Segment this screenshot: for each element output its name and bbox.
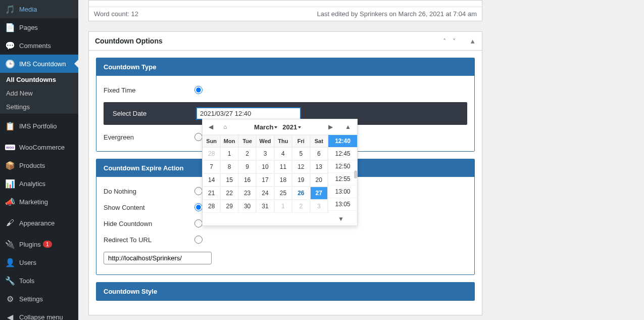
woo-icon: woo xyxy=(5,142,15,152)
collapse-icon: ◀ xyxy=(5,312,15,320)
calendar-day[interactable]: 30 xyxy=(238,200,256,213)
time-option[interactable]: 13:05 xyxy=(328,198,357,211)
redirect-url-input[interactable] xyxy=(104,252,212,264)
time-option[interactable]: 13:00 xyxy=(328,186,357,198)
month-select[interactable]: March xyxy=(254,123,277,131)
sidebar-item-ims-countdown[interactable]: 🕒IMS Countdown xyxy=(0,55,78,73)
calendar-day[interactable]: 29 xyxy=(220,200,238,213)
calendar-day[interactable]: 8 xyxy=(220,160,238,173)
toggle-icon[interactable]: ▲ xyxy=(469,37,476,45)
sidebar-item-ims-portfolio[interactable]: 📋IMS Portfolio xyxy=(0,117,78,135)
calendar-day[interactable]: 23 xyxy=(238,187,256,200)
sidebar-item-comments[interactable]: 💬Comments xyxy=(0,36,78,55)
calendar-day[interactable]: 5 xyxy=(292,147,310,160)
time-up-icon[interactable]: ▲ xyxy=(343,122,353,131)
show-content-radio[interactable] xyxy=(194,203,203,211)
sidebar-subitem-settings[interactable]: Settings xyxy=(0,100,78,114)
appearance-icon: 🖌 xyxy=(5,218,15,228)
sidebar-item-products[interactable]: 📦Products xyxy=(0,156,78,174)
section-header-style: Countdown Style xyxy=(96,283,474,300)
sidebar-item-users[interactable]: 👤Users xyxy=(0,253,78,271)
calendar-day[interactable]: 2 xyxy=(292,200,310,213)
calendar-day[interactable]: 4 xyxy=(274,147,292,160)
sidebar-item-pages[interactable]: 📄Pages xyxy=(0,18,78,36)
home-icon[interactable]: ⌂ xyxy=(221,122,229,131)
calendar-day[interactable]: 9 xyxy=(238,160,256,173)
sidebar-item-label: Settings xyxy=(19,295,43,303)
calendar-day[interactable]: 26 xyxy=(292,187,310,200)
sidebar-item-woocommerce[interactable]: wooWooCommerce xyxy=(0,138,78,156)
evergreen-radio[interactable] xyxy=(194,133,203,141)
calendar-day[interactable]: 16 xyxy=(238,173,256,187)
calendar-day[interactable]: 19 xyxy=(292,173,310,187)
media-icon: 🎵 xyxy=(5,4,15,14)
calendar-day[interactable]: 1 xyxy=(220,147,238,160)
time-option[interactable]: 12:45 xyxy=(328,148,357,160)
calendar-day[interactable]: 25 xyxy=(274,187,292,200)
sidebar-item-collapse-menu[interactable]: ◀Collapse menu xyxy=(0,308,78,320)
sidebar-item-label: IMS Portfolio xyxy=(19,122,57,130)
time-option[interactable]: 12:40 xyxy=(328,135,357,148)
sidebar-item-appearance[interactable]: 🖌Appearance xyxy=(0,214,78,232)
date-input[interactable] xyxy=(196,107,301,120)
calendar-day[interactable]: 21 xyxy=(203,187,220,200)
time-option[interactable]: 12:55 xyxy=(328,173,357,186)
time-down-icon[interactable]: ▼ xyxy=(336,214,346,223)
hide-countdown-radio[interactable] xyxy=(194,219,203,227)
calendar-day[interactable]: 20 xyxy=(310,173,328,187)
sidebar-item-media[interactable]: 🎵Media xyxy=(0,0,78,18)
sidebar-item-label: Plugins xyxy=(19,241,41,248)
sidebar-item-analytics[interactable]: 📊Analytics xyxy=(0,174,78,193)
time-option[interactable]: 12:50 xyxy=(328,160,357,173)
calendar-day[interactable]: 17 xyxy=(256,173,274,187)
sidebar-item-label: Marketing xyxy=(19,198,48,206)
calendar-day[interactable]: 7 xyxy=(203,160,220,173)
calendar-day[interactable]: 28 xyxy=(203,200,220,213)
do-nothing-radio[interactable] xyxy=(194,187,203,195)
sidebar-item-label: Appearance xyxy=(19,219,55,227)
datepicker-popup: ◀ ⌂ March 2021 ▶ ▲ SunMonTueWedThuFriSat… xyxy=(202,119,358,226)
calendar-day[interactable]: 31 xyxy=(256,200,274,213)
sidebar-subitem-add-new[interactable]: Add New xyxy=(0,86,78,100)
calendar-day[interactable]: 3 xyxy=(256,147,274,160)
day-header: Sun xyxy=(203,135,220,147)
fixed-time-radio[interactable] xyxy=(194,86,203,94)
calendar-day[interactable]: 12 xyxy=(292,160,310,173)
sidebar-item-label: Analytics xyxy=(19,180,45,188)
year-select[interactable]: 2021 xyxy=(282,123,301,131)
sidebar-item-tools[interactable]: 🔧Tools xyxy=(0,271,78,290)
calendar-day[interactable]: 27 xyxy=(310,187,328,200)
calendar-day[interactable]: 11 xyxy=(274,160,292,173)
day-header: Thu xyxy=(274,135,292,147)
sidebar-item-label: Collapse menu xyxy=(19,313,63,321)
section-header-type: Countdown Type xyxy=(96,58,474,76)
calendar-day[interactable]: 15 xyxy=(220,173,238,187)
calendar-day[interactable]: 2 xyxy=(238,147,256,160)
next-month-icon[interactable]: ▶ xyxy=(326,122,335,131)
prev-month-icon[interactable]: ◀ xyxy=(207,122,215,131)
calendar-day[interactable]: 28 xyxy=(203,147,220,160)
time-scrollbar[interactable] xyxy=(354,170,357,178)
calendar-day[interactable]: 22 xyxy=(220,187,238,200)
sidebar-item-plugins[interactable]: 🔌Plugins1 xyxy=(0,235,78,253)
redirect-url-radio[interactable] xyxy=(194,236,203,244)
calendar-day[interactable]: 14 xyxy=(203,173,220,187)
products-icon: 📦 xyxy=(5,160,15,170)
chevron-up-icon[interactable]: ˄ xyxy=(443,37,447,45)
sidebar-item-marketing[interactable]: 📣Marketing xyxy=(0,193,78,211)
calendar-day[interactable]: 10 xyxy=(256,160,274,173)
fixed-time-label: Fixed Time xyxy=(104,86,194,94)
main-content: Word count: 12 Last edited by Sprinkers … xyxy=(78,0,644,320)
sidebar-subitem-all-countdowns[interactable]: All Countdowns xyxy=(0,73,78,86)
evergreen-label: Evergreen xyxy=(104,133,194,141)
chevron-down-icon[interactable]: ˅ xyxy=(453,37,456,45)
calendar-day[interactable]: 6 xyxy=(310,147,328,160)
calendar-day[interactable]: 3 xyxy=(310,200,328,213)
calendar-day[interactable]: 18 xyxy=(274,173,292,187)
calendar-day[interactable]: 13 xyxy=(310,160,328,173)
calendar-day[interactable]: 24 xyxy=(256,187,274,200)
settings-icon: ⚙ xyxy=(5,294,15,304)
sidebar-item-label: Pages xyxy=(19,24,38,31)
sidebar-item-settings[interactable]: ⚙Settings xyxy=(0,290,78,308)
calendar-day[interactable]: 1 xyxy=(274,200,292,213)
